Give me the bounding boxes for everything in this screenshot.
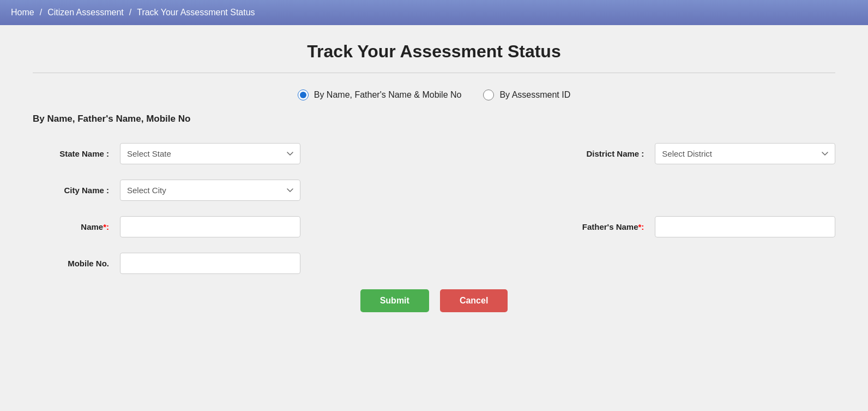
- radio-assessment-input[interactable]: [483, 90, 494, 100]
- fathers-name-required: *:: [638, 222, 644, 231]
- nav-separator-1: /: [40, 8, 42, 17]
- field-name: Name*:: [33, 216, 300, 237]
- radio-name-label: By Name, Father's Name & Mobile No: [314, 90, 462, 100]
- district-select[interactable]: Select District: [655, 143, 835, 164]
- fathers-name-input[interactable]: [655, 216, 835, 237]
- form-row-city: City Name : Select City: [33, 180, 835, 201]
- form-row-state-district: State Name : Select State District Name …: [33, 143, 835, 164]
- city-name-label: City Name :: [33, 186, 120, 195]
- form-container: State Name : Select State District Name …: [33, 138, 835, 318]
- submit-button[interactable]: Submit: [360, 289, 429, 312]
- field-state: State Name : Select State: [33, 143, 300, 164]
- mobile-label: Mobile No.: [33, 259, 120, 268]
- divider: [33, 73, 835, 73]
- radio-option-assessment[interactable]: By Assessment ID: [483, 90, 570, 100]
- radio-option-name[interactable]: By Name, Father's Name & Mobile No: [298, 90, 462, 100]
- form-row-name-fathersname: Name*: Father's Name*:: [33, 216, 835, 237]
- radio-group: By Name, Father's Name & Mobile No By As…: [33, 90, 835, 100]
- district-name-label: District Name :: [568, 149, 655, 158]
- fathers-name-label: Father's Name*:: [568, 222, 655, 231]
- main-content: Track Your Assessment Status By Name, Fa…: [0, 25, 868, 334]
- name-input[interactable]: [120, 216, 300, 237]
- cancel-button[interactable]: Cancel: [440, 289, 508, 312]
- nav-separator-2: /: [129, 8, 131, 17]
- city-select[interactable]: Select City: [120, 180, 300, 201]
- nav-citizen-assessment[interactable]: Citizen Assessment: [47, 8, 124, 17]
- name-label: Name*:: [33, 222, 120, 231]
- page-title: Track Your Assessment Status: [33, 41, 835, 62]
- field-city: City Name : Select City: [33, 180, 300, 201]
- nav-track-status: Track Your Assessment Status: [137, 8, 255, 17]
- name-required: *:: [103, 222, 109, 231]
- field-fathers-name: Father's Name*:: [568, 216, 835, 237]
- radio-name-input[interactable]: [298, 90, 309, 100]
- mobile-input[interactable]: [120, 253, 300, 274]
- form-section-label: By Name, Father's Name, Mobile No: [33, 114, 835, 124]
- nav-home[interactable]: Home: [11, 8, 34, 17]
- state-name-label: State Name :: [33, 149, 120, 158]
- radio-assessment-label: By Assessment ID: [499, 90, 570, 100]
- field-mobile: Mobile No.: [33, 253, 300, 274]
- form-row-mobile: Mobile No.: [33, 253, 835, 274]
- field-district: District Name : Select District: [568, 143, 835, 164]
- button-row: Submit Cancel: [33, 289, 835, 312]
- navbar: Home / Citizen Assessment / Track Your A…: [0, 0, 868, 25]
- state-select[interactable]: Select State: [120, 143, 300, 164]
